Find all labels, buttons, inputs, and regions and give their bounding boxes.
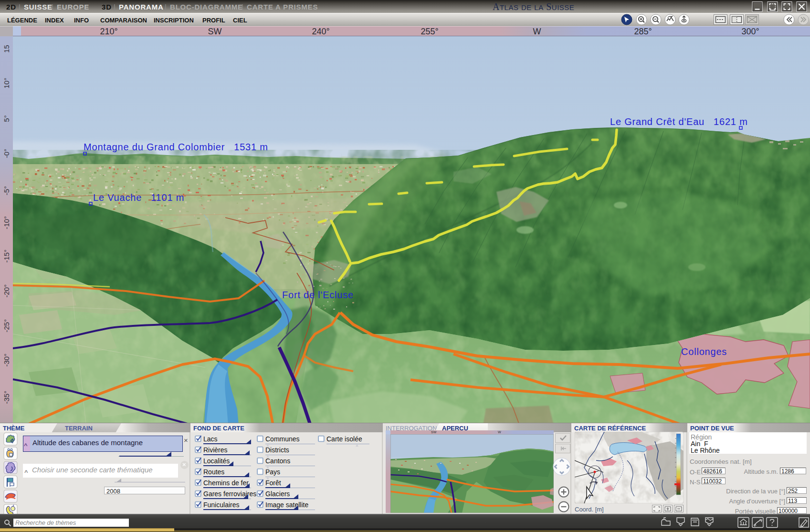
svg-text:Le Grand Crêt d'Eau 1621 m: Le Grand Crêt d'Eau 1621 m [610, 116, 748, 127]
svg-text:Montagne du Grand Colombier: Montagne du Grand Colombier 1531 m [84, 142, 268, 152]
svg-text:Fort de l'Ecluse: Fort de l'Ecluse [282, 290, 354, 300]
svg-text:Le Vuache 1101 m: Le Vuache 1101 m [93, 192, 184, 203]
svg-text:Collonges: Collonges [681, 346, 727, 357]
